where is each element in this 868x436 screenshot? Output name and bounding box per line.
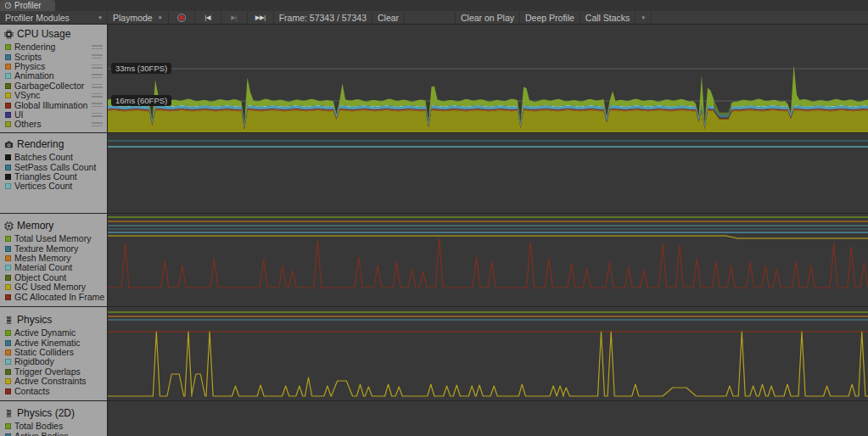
memory-graph [108, 214, 868, 306]
module-rendering-chart[interactable] [108, 133, 868, 213]
cpu-usage-graph [108, 25, 868, 132]
legend-active-dynamic[interactable]: Active Dynamic [0, 328, 107, 338]
module-physics-2d-chart[interactable] [108, 401, 868, 436]
color-swatch [5, 388, 11, 394]
call-stacks-label: Call Stacks [585, 13, 630, 23]
legend-gc-used-memory[interactable]: GC Used Memory [0, 282, 107, 292]
legend-total-used-memory[interactable]: Total Used Memory [0, 234, 107, 243]
deep-profile-button[interactable]: Deep Profile [520, 11, 580, 24]
legend-label: Total Used Memory [14, 234, 91, 243]
chip-icon [4, 221, 14, 231]
legend-label: Active Constraints [14, 377, 87, 386]
rendering-graph [108, 133, 868, 213]
legend-rendering[interactable]: Rendering [0, 42, 107, 52]
drag-handle-icon[interactable] [92, 113, 103, 119]
legend-label: Mesh Memory [14, 254, 71, 263]
legend-rigidbody[interactable]: Rigidbody [0, 357, 107, 366]
toolbar-right-group: Clear on Play Deep Profile Call Stacks ▼ [455, 11, 652, 24]
legend-label: Trigger Overlaps [14, 367, 81, 377]
drag-handle-icon[interactable] [92, 64, 103, 70]
call-stacks-button[interactable]: Call Stacks [580, 11, 636, 24]
module-title: Memory [17, 220, 53, 232]
color-swatch [5, 44, 11, 50]
module-title: Physics [17, 314, 52, 326]
drag-handle-icon[interactable] [92, 93, 103, 99]
legend-batches-count[interactable]: Batches Count [0, 153, 107, 162]
legend-label: GC Used Memory [14, 282, 86, 292]
drag-handle-icon[interactable] [92, 45, 103, 51]
color-swatch [5, 349, 11, 355]
module-rendering-header[interactable]: Rendering [0, 133, 107, 153]
legend-material-count[interactable]: Material Count [0, 263, 107, 272]
camera-icon [4, 140, 14, 149]
playmode-label: Playmode [113, 13, 153, 23]
cpu-icon [4, 30, 14, 39]
color-swatch [5, 174, 11, 180]
color-swatch [5, 369, 11, 375]
clear-button[interactable]: Clear [372, 11, 405, 24]
color-swatch [5, 255, 11, 261]
color-swatch [5, 73, 11, 79]
drag-handle-icon[interactable] [92, 84, 103, 90]
color-swatch [5, 330, 11, 336]
legend-label: Texture Memory [14, 244, 78, 254]
color-swatch [5, 64, 11, 70]
legend-gc-allocated-in-frame[interactable]: GC Allocated In Frame [0, 292, 107, 301]
prev-frame-button[interactable]: |◀ [195, 11, 221, 24]
module-memory-header[interactable]: Memory [0, 214, 107, 234]
legend-total-bodies[interactable]: Total Bodies [0, 422, 107, 431]
drag-handle-icon[interactable] [92, 122, 103, 128]
legend-active-bodies[interactable]: Active Bodies [0, 431, 107, 436]
legend-label: Scripts [14, 53, 42, 62]
clear-on-play-button[interactable]: Clear on Play [455, 11, 520, 24]
color-swatch [5, 165, 11, 170]
legend-label: Active Bodies [14, 432, 69, 436]
tab-title: Profiler [14, 1, 42, 10]
module-physics-header[interactable]: Physics [0, 307, 107, 328]
call-stacks-dropdown[interactable]: ▼ [636, 11, 652, 24]
module-cpu-usage-header[interactable]: CPU Usage [0, 25, 107, 42]
legend-label: Global Illumination [14, 101, 87, 110]
legend-label: Batches Count [14, 153, 73, 162]
legend-label: UI [14, 110, 24, 120]
grid-label-33ms-30fps-: 33ms (30FPS) [111, 63, 171, 74]
playmode-dropdown[interactable]: Playmode ▼ [108, 11, 169, 24]
color-swatch [5, 284, 11, 290]
next-frame-button[interactable]: ▶| [221, 11, 248, 24]
color-swatch [5, 83, 11, 89]
profiler-window: Profiler Profiler Modules ▼ Playmode ▼ |… [0, 0, 868, 436]
legend-contacts[interactable]: Contacts [0, 386, 107, 395]
legend-vsync[interactable]: VSync [0, 91, 107, 100]
color-swatch [5, 54, 11, 60]
tab-profiler[interactable]: Profiler [0, 0, 55, 11]
next-frame-icon: ▶| [231, 14, 237, 21]
legend-label: Animation [14, 71, 54, 81]
chevron-down-icon: ▼ [641, 15, 646, 20]
color-swatch [5, 340, 11, 346]
legend-animation[interactable]: Animation [0, 71, 107, 81]
color-swatch [5, 183, 11, 189]
physics-graph [108, 307, 868, 400]
color-swatch [5, 236, 11, 242]
profiler-modules-dropdown[interactable]: Profiler Modules ▼ [0, 11, 108, 24]
drag-handle-icon[interactable] [92, 103, 103, 109]
record-button[interactable] [169, 11, 195, 24]
legend-label: Vertices Count [14, 182, 72, 191]
chevron-down-icon: ▼ [98, 15, 103, 20]
drag-handle-icon[interactable] [92, 54, 103, 60]
current-frame-button[interactable]: ▶▶| [248, 11, 274, 24]
module-cpu-usage-chart[interactable]: 33ms (30FPS)16ms (60FPS) [108, 25, 868, 132]
legend-vertices-count[interactable]: Vertices Count [0, 182, 107, 191]
color-swatch [5, 275, 11, 281]
legend-others[interactable]: Others [0, 120, 107, 129]
drag-handle-icon[interactable] [92, 74, 103, 80]
module-physics-chart[interactable] [108, 307, 868, 400]
spring-icon [4, 316, 14, 325]
toolbar: Profiler Modules ▼ Playmode ▼ |◀ ▶| ▶▶| … [0, 11, 868, 25]
module-memory-chart[interactable] [108, 214, 868, 306]
module-title: Physics (2D) [17, 407, 75, 419]
module-physics-2d-header[interactable]: Physics (2D) [0, 401, 107, 422]
color-swatch [5, 265, 11, 271]
legend-active-constraints[interactable]: Active Constraints [0, 377, 107, 386]
frame-indicator: Frame: 57343 / 57343 [274, 11, 372, 24]
